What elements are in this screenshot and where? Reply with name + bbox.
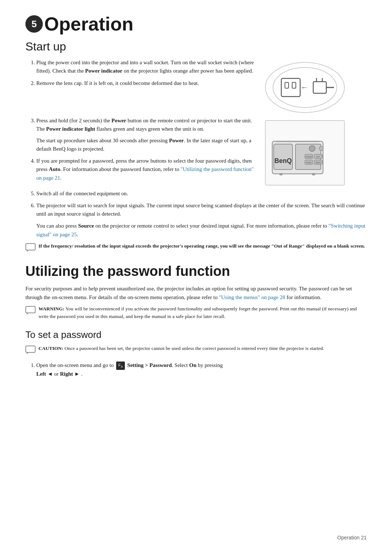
projector-images-col: BenQ POWER EXIT MODE MENU [265, 117, 367, 186]
startup-text-col-2: Press and hold (for 2 seconds) the Power… [25, 117, 254, 186]
svg-text:EXIT: EXIT [316, 156, 320, 158]
startup-note: If the frequency/ resolution of the inpu… [25, 242, 367, 254]
startup-steps-list-3: Switch all of the connected equipment on… [25, 189, 367, 239]
step-6: The projector will start to search for i… [36, 201, 367, 239]
startup-section: Start up Plug the power cord into the pr… [25, 40, 367, 253]
password-section: Utilizing the password function For secu… [25, 264, 367, 378]
svg-rect-5 [313, 82, 326, 93]
svg-point-13 [319, 146, 323, 151]
svg-rect-23 [279, 173, 282, 175]
chapter-title: Operation [44, 15, 134, 33]
set-password-title: To set a password [25, 329, 367, 340]
set-password-caution: CAUTION: Once a password has been set, t… [25, 345, 367, 356]
projector-illustration: BenQ POWER EXIT MODE MENU [265, 120, 345, 185]
step-1: Plug the power cord into the projector a… [36, 58, 254, 76]
svg-text:BenQ: BenQ [274, 157, 292, 164]
set-password-steps: Open the on-screen menu and go to F4 Set… [25, 361, 367, 379]
svg-marker-28 [27, 313, 29, 315]
projector-svg: BenQ POWER EXIT MODE MENU [269, 123, 341, 183]
chapter-number: 5 [25, 15, 43, 33]
page-footer: Operation 21 [337, 535, 367, 540]
footer-page: 21 [361, 535, 367, 540]
setting-menu-icon: F4 [116, 362, 125, 370]
svg-rect-1 [281, 78, 300, 97]
caution-tab-icon [25, 346, 36, 356]
plug-illustration: ← [265, 62, 345, 113]
chapter-header: 5 Operation [25, 15, 367, 33]
startup-steps-list-2: Press and hold (for 2 seconds) the Power… [25, 117, 254, 182]
step-5: Switch all of the connected equipment on… [36, 189, 367, 198]
password-link[interactable]: "Utilizing the password function" on pag… [36, 166, 254, 180]
svg-rect-25 [26, 244, 35, 250]
footer-chapter: Operation [337, 535, 359, 540]
step-2: Remove the lens cap. If it is left on, i… [36, 79, 254, 87]
warning-tab-icon [25, 306, 36, 316]
note-tab-icon [25, 243, 36, 253]
svg-rect-24 [312, 173, 315, 175]
step-3: Press and hold (for 2 seconds) the Power… [36, 117, 254, 153]
startup-text-col: Plug the power cord into the projector a… [25, 58, 254, 113]
using-menus-link[interactable]: "Using the menus" on page 28 [219, 294, 285, 300]
password-warning: WARNING: You will be inconvenienced if y… [25, 305, 367, 324]
startup-layout: Plug the power cord into the projector a… [25, 58, 367, 113]
password-section-title: Utilizing the password function [25, 264, 367, 279]
plug-svg: ← [270, 66, 339, 109]
svg-rect-29 [26, 346, 35, 352]
svg-text:MODE: MODE [306, 162, 312, 164]
svg-text:POWER: POWER [306, 156, 313, 158]
step-4: If you are prompted for a password, pres… [36, 157, 254, 182]
svg-marker-30 [27, 352, 29, 354]
startup-images-col: ← [265, 58, 367, 113]
svg-rect-3 [292, 82, 296, 88]
svg-rect-27 [26, 306, 35, 313]
startup-note-text: If the frequency/ resolution of the inpu… [38, 242, 365, 250]
svg-text:←: ← [301, 83, 309, 92]
svg-text:MENU: MENU [316, 162, 321, 164]
svg-point-12 [309, 146, 315, 151]
startup-steps-list: Plug the power cord into the projector a… [25, 58, 254, 87]
set-password-step-1: Open the on-screen menu and go to F4 Set… [36, 361, 367, 379]
startup-title: Start up [25, 40, 367, 53]
svg-rect-2 [285, 82, 289, 88]
svg-rect-9 [274, 144, 293, 170]
password-intro: For security purposes and to help preven… [25, 284, 367, 302]
password-warning-text: WARNING: You will be inconvenienced if y… [38, 305, 367, 321]
svg-marker-26 [27, 250, 29, 252]
startup-layout-2: Press and hold (for 2 seconds) the Power… [25, 117, 367, 186]
caution-text: CAUTION: Once a password has been set, t… [38, 345, 324, 352]
